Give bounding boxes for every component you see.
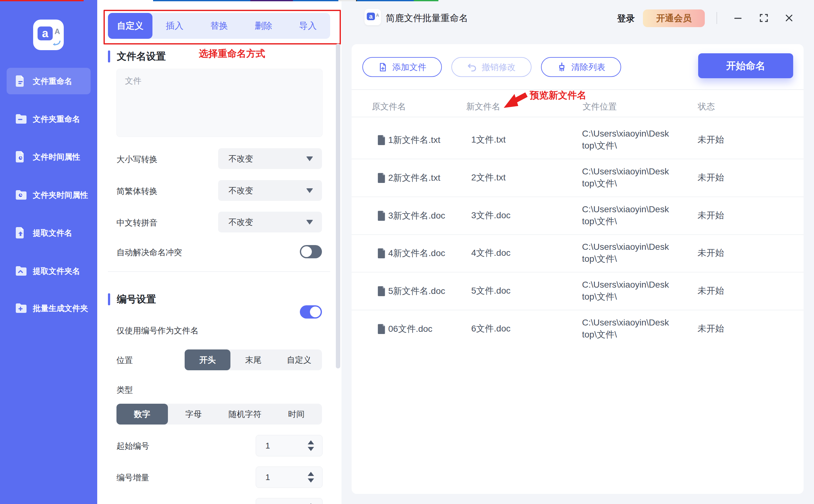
app-logo-A-glyph: A: [55, 27, 60, 36]
sidebar-item-label: 文件时间属性: [33, 152, 80, 162]
segment-option[interactable]: 自定义: [276, 349, 322, 370]
col-header-new: 新文件名: [466, 101, 500, 112]
increment-label: 编号增量: [116, 472, 149, 483]
col-header-status: 状态: [698, 101, 715, 112]
cell-file-path: C:\Users\xiaoyin\Desktop\文件\: [582, 310, 683, 348]
position-label: 位置: [116, 355, 133, 366]
start-rename-button[interactable]: 开始命名: [698, 53, 793, 78]
annotation-arrow-icon: [504, 91, 528, 111]
segment-option[interactable]: 数字: [116, 404, 168, 425]
minimize-icon: [733, 13, 743, 23]
sidebar-item-folder-time[interactable]: 文件夹时间属性: [7, 182, 91, 208]
simplified-traditional-label: 简繁体转换: [116, 186, 157, 197]
sidebar-item-folder-batch[interactable]: 批量生成文件夹: [7, 295, 91, 321]
case-convert-select[interactable]: 不改变: [218, 148, 322, 169]
case-convert-label: 大小写转换: [116, 154, 157, 165]
top-sliver: [414, 0, 439, 1]
cell-file-path: C:\Users\xiaoyin\Desktop\文件\: [582, 159, 683, 196]
start-number-value: 1: [265, 441, 308, 451]
chevron-down-icon: [306, 220, 313, 225]
sidebar-item-folder-extract[interactable]: 提取文件夹名: [7, 258, 91, 284]
annotation-choose-method: 选择重命名方式: [199, 47, 265, 60]
numbering-section-title: 编号设置: [117, 293, 156, 306]
top-sliver-red: [0, 0, 84, 1]
table-row[interactable]: 06文件.doc 6文件.doc C:\Users\xiaoyin\Deskto…: [351, 310, 804, 348]
table-row[interactable]: 4新文件名.doc 4文件.doc C:\Users\xiaoyin\Deskt…: [351, 234, 804, 273]
sidebar-item-file-rename[interactable]: 文件重命名: [7, 68, 91, 94]
position-segmented: 开头末尾自定义: [185, 349, 322, 370]
tab-4[interactable]: 删除: [241, 13, 286, 39]
cell-original-name: 2新文件名.txt: [388, 159, 451, 196]
cell-new-name: 1文件.txt: [471, 121, 560, 159]
stepper-arrows-icon[interactable]: [308, 440, 314, 451]
settings-scrollbar[interactable]: [336, 44, 340, 368]
app-logo-a-icon: a: [38, 26, 53, 40]
table-row[interactable]: 1新文件名.txt 1文件.txt C:\Users\xiaoyin\Deskt…: [351, 121, 804, 159]
stepper-arrows-icon[interactable]: [308, 472, 314, 483]
filename-section-title: 文件名设置: [117, 50, 166, 63]
pinyin-convert-select[interactable]: 不改变: [218, 212, 322, 232]
pinyin-convert-value: 不改变: [228, 217, 306, 228]
section-accent-bar: [108, 293, 110, 305]
cell-file-path: C:\Users\xiaoyin\Desktop\文件\: [582, 272, 683, 310]
document-icon: [377, 134, 386, 145]
sidebar-item-folder-rename[interactable]: 文件夹重命名: [7, 106, 91, 132]
cell-status: 未开始: [698, 234, 761, 272]
maximize-icon: [759, 13, 769, 23]
start-number-label: 起始编号: [116, 441, 149, 452]
file-rename-icon: [14, 75, 27, 87]
folder-rename-icon: [14, 113, 27, 125]
close-button[interactable]: [782, 11, 796, 25]
sidebar-item-label: 批量生成文件夹: [33, 303, 88, 314]
numbering-toggle[interactable]: [300, 305, 322, 319]
tab-5[interactable]: 导入: [286, 13, 330, 39]
start-number-stepper[interactable]: 1: [256, 435, 322, 456]
sidebar-item-file-extract[interactable]: 提取文件名: [7, 220, 91, 246]
tab-1[interactable]: 自定义: [108, 13, 152, 39]
pinyin-convert-label: 中文转拼音: [116, 217, 157, 228]
annotation-preview-hint: 预览新文件名: [530, 89, 587, 102]
simplified-traditional-select[interactable]: 不改变: [218, 180, 322, 201]
segment-option[interactable]: 随机字符: [219, 404, 271, 425]
cell-original-name: 5新文件名.doc: [388, 272, 451, 310]
conflict-toggle-label: 自动解决命名冲突: [116, 247, 182, 258]
app-logo: a A: [33, 20, 64, 50]
filename-placeholder: 文件: [125, 75, 141, 86]
cell-new-name: 4文件.doc: [471, 234, 560, 272]
clear-list-label: 清除列表: [571, 62, 605, 73]
table-row[interactable]: 5新文件名.doc 5文件.doc C:\Users\xiaoyin\Deskt…: [351, 272, 804, 310]
top-sliver: [293, 0, 338, 1]
segment-option[interactable]: 开头: [185, 349, 230, 370]
file-time-icon: [14, 150, 27, 163]
app-logo-swoosh-icon: [52, 41, 61, 46]
increment-stepper[interactable]: 1: [256, 466, 322, 488]
add-files-button[interactable]: 添加文件: [362, 57, 442, 77]
tab-2[interactable]: 插入: [152, 13, 197, 39]
segment-option[interactable]: 字母: [168, 404, 219, 425]
document-icon: [377, 210, 386, 221]
segment-option[interactable]: 末尾: [230, 349, 276, 370]
cell-file-path: C:\Users\xiaoyin\Desktop\文件\: [582, 234, 683, 272]
conflict-toggle[interactable]: [300, 245, 322, 258]
cell-new-name: 2文件.txt: [471, 159, 560, 196]
table-row[interactable]: 3新文件名.doc 3文件.doc C:\Users\xiaoyin\Deskt…: [351, 196, 804, 235]
maximize-button[interactable]: [757, 11, 771, 25]
clear-list-button[interactable]: 清除列表: [541, 57, 621, 77]
minimize-button[interactable]: [731, 11, 745, 25]
undo-icon: [467, 62, 477, 72]
segment-option[interactable]: 时间: [270, 404, 322, 425]
cell-new-name: 5文件.doc: [471, 272, 560, 310]
undo-label: 撤销修改: [482, 62, 516, 73]
sidebar-item-file-time[interactable]: 文件时间属性: [7, 144, 91, 170]
undo-button[interactable]: 撤销修改: [451, 57, 532, 77]
document-icon: [377, 248, 386, 258]
document-icon: [377, 323, 386, 334]
filename-textarea[interactable]: 文件: [116, 69, 322, 137]
close-icon: [784, 13, 794, 23]
vip-button[interactable]: 开通会员: [643, 9, 705, 27]
table-row[interactable]: 2新文件名.txt 2文件.txt C:\Users\xiaoyin\Deskt…: [351, 159, 804, 197]
section-divider: [108, 271, 330, 272]
tab-3[interactable]: 替换: [197, 13, 241, 39]
digits-stepper-partial[interactable]: [256, 498, 322, 504]
login-button[interactable]: 登录: [617, 13, 635, 25]
